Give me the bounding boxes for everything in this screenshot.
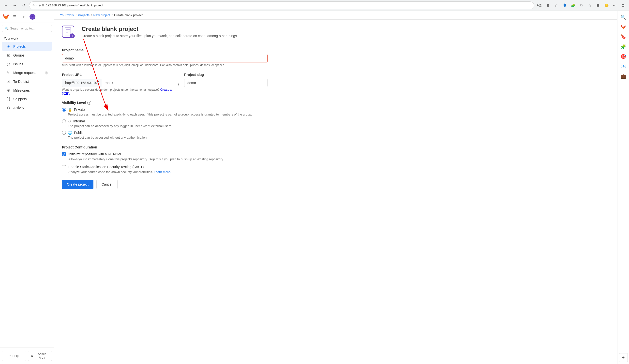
help-label: Help [12, 354, 19, 358]
app-layout: ☰ ＋ 🔍 Search or go to... Your work ◈ Pro… [0, 11, 629, 364]
public-radio[interactable] [62, 131, 66, 135]
fullscreen-btn[interactable]: ⊡ [620, 2, 627, 9]
project-url-section: Project URL http://192.168.93.102/ root … [62, 73, 173, 95]
create-project-button[interactable]: Create project [62, 180, 93, 189]
internal-radio[interactable] [62, 119, 66, 123]
groups-label: Groups [13, 53, 25, 57]
new-item-btn[interactable]: ＋ [20, 13, 27, 21]
project-name-input[interactable] [62, 54, 268, 62]
page-title: Create blank project [82, 25, 238, 32]
project-slug-input[interactable] [184, 79, 268, 87]
visibility-label: Visibility Level ? [62, 101, 268, 105]
milestones-icon: ⊗ [6, 88, 11, 93]
project-slug-label: Project slug [184, 73, 268, 77]
right-search-btn[interactable]: 🔍 [619, 13, 628, 22]
sidebar-header: ☰ ＋ [0, 11, 54, 23]
private-radio[interactable] [62, 108, 66, 112]
collections-btn[interactable]: ⊞ [595, 2, 602, 9]
right-plus-button[interactable]: + [619, 353, 628, 362]
sidebar-toggle-btn[interactable]: ☰ [11, 13, 19, 21]
profile2-btn[interactable]: 😊 [603, 2, 610, 9]
sidebar-item-projects[interactable]: ◈ Projects [2, 42, 52, 51]
favorites-btn[interactable]: ☆ [586, 2, 593, 9]
sidebar-item-groups[interactable]: ◉ Groups [2, 51, 52, 59]
sidebar-btn[interactable]: ⧉ [578, 2, 585, 9]
admin-icon: ⚙ [31, 354, 33, 358]
readme-option: Initialize repository with a README Allo… [62, 152, 268, 161]
sidebar-item-snippets[interactable]: { } Snippets [2, 95, 52, 103]
address-bar[interactable]: ⚠ 不安全 192.168.93.102/projects/new#blank_… [29, 1, 534, 9]
snippets-icon: { } [6, 97, 11, 101]
translate-btn[interactable]: Aあ [536, 2, 543, 9]
refresh-button[interactable]: ↺ [20, 2, 27, 9]
extensions-btn[interactable]: 🧩 [570, 2, 576, 9]
breadcrumb-new-project[interactable]: New project [93, 13, 110, 17]
star-btn[interactable]: ☆ [553, 2, 560, 9]
activity-icon: ⊙ [6, 106, 11, 110]
breadcrumb-current: Create blank project [114, 13, 143, 17]
svg-rect-0 [65, 28, 71, 35]
page-description: Create a blank project to store your fil… [82, 34, 238, 38]
right-gitlab-btn[interactable] [619, 23, 628, 31]
admin-label: Admin Area [35, 353, 49, 359]
avatar-btn[interactable] [28, 13, 36, 21]
gitlab-logo [2, 13, 10, 21]
right-sidebar: 🔍 🔖 🧩 🎯 📧 💼 + [617, 11, 629, 364]
project-url-label: Project URL [62, 73, 173, 77]
right-mail-btn[interactable]: 📧 [619, 62, 628, 71]
readme-checkbox[interactable] [62, 152, 66, 156]
internal-desc: The project can be accessed by any logge… [68, 124, 268, 128]
profile-btn[interactable]: 👤 [561, 2, 568, 9]
url-slug-row: Project URL http://192.168.93.102/ root … [62, 73, 268, 101]
private-desc: Project access must be granted explicitl… [68, 113, 268, 116]
back-button[interactable]: ← [2, 2, 9, 9]
right-plugin-btn[interactable]: 🧩 [619, 42, 628, 51]
right-bookmark-btn[interactable]: 🔖 [619, 32, 628, 41]
reader-btn[interactable]: ⊞ [544, 2, 551, 9]
project-name-label: Project name [62, 48, 268, 52]
sast-desc: Analyze your source code for known secur… [68, 170, 268, 174]
config-section: Project Configuration Initialize reposit… [62, 145, 268, 174]
page-content: + Create blank project Create a blank pr… [54, 20, 275, 195]
sidebar-nav: ◈ Projects ◉ Groups ◎ Issues ⑂ Merge req… [0, 42, 54, 112]
sidebar-item-activity[interactable]: ⊙ Activity [2, 104, 52, 112]
visibility-info-icon[interactable]: ? [87, 101, 91, 105]
dropdown-arrow: ▼ [111, 82, 114, 84]
internal-title[interactable]: Internal [73, 119, 85, 123]
sast-option: Enable Static Application Security Testi… [62, 165, 268, 174]
cancel-button[interactable]: Cancel [96, 180, 118, 189]
private-title[interactable]: Private [74, 108, 85, 112]
security-warning: ⚠ 不安全 [32, 3, 44, 7]
page-icon-inner: + [62, 25, 74, 38]
action-buttons: Create project Cancel [62, 180, 268, 189]
readme-label[interactable]: Initialize repository with a README [68, 152, 123, 156]
visibility-public: 🌐 Public The project can be accessed wit… [62, 131, 268, 139]
breadcrumb-your-work[interactable]: Your work [60, 13, 74, 17]
sidebar-item-merge-requests[interactable]: ⑂ Merge requests › [2, 69, 52, 77]
sast-checkbox[interactable] [62, 165, 66, 169]
search-box[interactable]: 🔍 Search or go to... [2, 25, 52, 32]
breadcrumb-sep-1: / [75, 13, 76, 17]
sidebar-item-milestones[interactable]: ⊗ Milestones [2, 86, 52, 95]
forward-button[interactable]: → [11, 2, 18, 9]
sidebar-item-issues[interactable]: ◎ Issues [2, 60, 52, 68]
right-bag-btn[interactable]: 💼 [619, 72, 628, 81]
public-title[interactable]: Public [74, 131, 83, 135]
sast-label[interactable]: Enable Static Application Security Testi… [68, 165, 144, 169]
page-icon: + [62, 25, 77, 40]
help-icon: ? [9, 354, 11, 358]
right-target-btn[interactable]: 🎯 [619, 52, 628, 61]
public-icon: 🌐 [68, 131, 72, 135]
more-btn[interactable]: ⋯ [611, 2, 618, 9]
sidebar-footer: ? Help ⚙ Admin Area [0, 348, 54, 364]
sidebar-item-todo-list[interactable]: ☑ To-Do List [2, 77, 52, 86]
help-button[interactable]: ? Help [2, 351, 26, 361]
merge-requests-badge: › [45, 71, 48, 74]
public-desc: The project can be accessed without any … [68, 136, 268, 139]
breadcrumb-projects[interactable]: Projects [78, 13, 90, 17]
projects-label: Projects [13, 44, 26, 48]
readme-row: Initialize repository with a README [62, 152, 268, 156]
visibility-section: Visibility Level ? 🔒 Private Project acc… [62, 101, 268, 139]
admin-area-button[interactable]: ⚙ Admin Area [28, 351, 52, 361]
learn-more-link[interactable]: Learn more. [154, 170, 171, 174]
